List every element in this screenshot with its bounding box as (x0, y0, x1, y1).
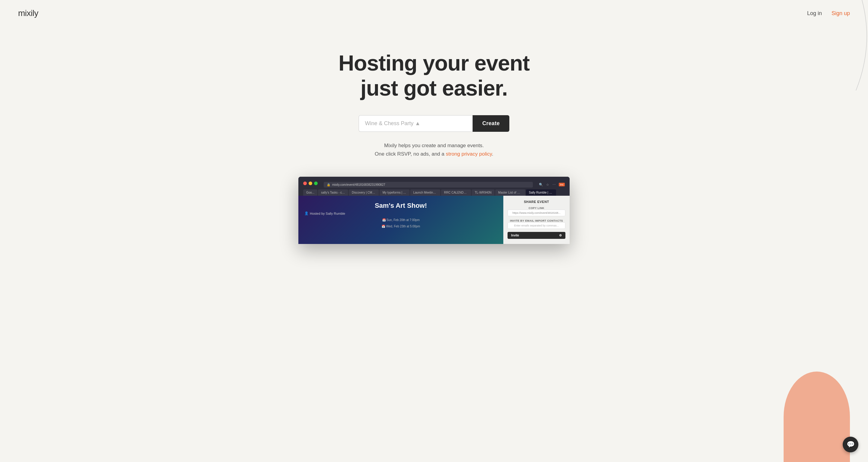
chat-icon: 💬 (846, 441, 855, 449)
event-date-2: 📅 Wed, Feb 23th at 5:00pm (304, 225, 497, 228)
browser-address-bar[interactable]: 🔒 mixily.com/event/481816838231990827 (324, 182, 533, 187)
logo: mixily (18, 8, 38, 18)
browser-frame: 🔒 mixily.com/event/481816838231990827 🔍 … (299, 177, 569, 244)
create-button[interactable]: Create (472, 115, 509, 132)
menu-icon[interactable]: ⋯ (552, 182, 556, 187)
browser-action-icons: 🔍 ☆ ⋯ Inc (539, 182, 565, 187)
browser-tab[interactable]: TL-WR940N (472, 190, 495, 196)
hero-title: Hosting your event just got easier. (338, 51, 530, 101)
share-panel-title: Share Event (507, 200, 565, 204)
browser-address-row: 🔒 mixily.com/event/481816838231990827 🔍 … (303, 180, 565, 190)
browser-tab[interactable]: Goo... (303, 190, 317, 196)
browser-tab[interactable]: My typeforms | Typ... (379, 190, 410, 196)
copy-link-label: COPY LINK (507, 207, 565, 210)
invite-button[interactable]: Invite ⚙ (507, 232, 565, 239)
browser-tab[interactable]: Discovery | CMX Pro (349, 190, 379, 196)
hero-subtitle: Mixily helps you create and manage event… (375, 141, 493, 159)
event-name-input[interactable] (359, 115, 472, 132)
share-link-url[interactable]: https://www.mixily.com/event/4818168... (507, 210, 565, 216)
star-icon[interactable]: ☆ (546, 182, 550, 187)
invite-email-input[interactable]: Enter emails separated by commas... (507, 222, 565, 229)
privacy-policy-link[interactable]: strong privacy policy (446, 151, 492, 157)
browser-tab[interactable]: sally's Tasks - crea... (318, 190, 348, 196)
nav-links: Log in Sign up (807, 10, 850, 17)
create-row: Create (359, 115, 509, 132)
browser-tabs-bar: Goo... sally's Tasks - crea... Discovery… (303, 190, 565, 196)
browser-chrome: 🔒 mixily.com/event/481816838231990827 🔍 … (299, 177, 569, 196)
inc-badge: Inc (559, 183, 565, 186)
chat-widget[interactable]: 💬 (843, 437, 858, 452)
browser-mockup: 🔒 mixily.com/event/481816838231990827 🔍 … (299, 177, 569, 244)
event-panel: Sam's Art Show! 👤 Hosted by Sally Rumble… (299, 196, 503, 244)
deco-peach-shape (784, 372, 850, 462)
event-date-1: 📅 Sun, Feb 20th at 7:00pm (304, 218, 497, 222)
login-link[interactable]: Log in (807, 10, 822, 17)
browser-controls (303, 181, 318, 185)
maximize-dot[interactable] (314, 181, 318, 185)
browser-tab[interactable]: Launch Meeting -... (410, 190, 440, 196)
share-panel: Share Event COPY LINK https://www.mixily… (503, 196, 569, 244)
invite-label: INVITE BY EMAIL IMPORT CONTACTS (507, 219, 565, 222)
hero-section: Hosting your event just got easier. Crea… (0, 27, 868, 262)
browser-tab-active[interactable]: Sally Rumble | Free... (526, 190, 556, 196)
event-title: Sam's Art Show! (304, 202, 497, 210)
browser-content: Sam's Art Show! 👤 Hosted by Sally Rumble… (299, 196, 569, 244)
close-dot[interactable] (303, 181, 307, 185)
search-icon[interactable]: 🔍 (539, 182, 543, 187)
browser-tab[interactable]: Master List of Com... (495, 190, 525, 196)
event-hosted-by: 👤 Hosted by Sally Rumble (304, 211, 497, 215)
minimize-dot[interactable] (309, 181, 312, 185)
navbar: mixily Log in Sign up (0, 0, 868, 27)
browser-tab[interactable]: RRC CALENDAR -... (441, 190, 471, 196)
signup-link[interactable]: Sign up (832, 10, 850, 17)
